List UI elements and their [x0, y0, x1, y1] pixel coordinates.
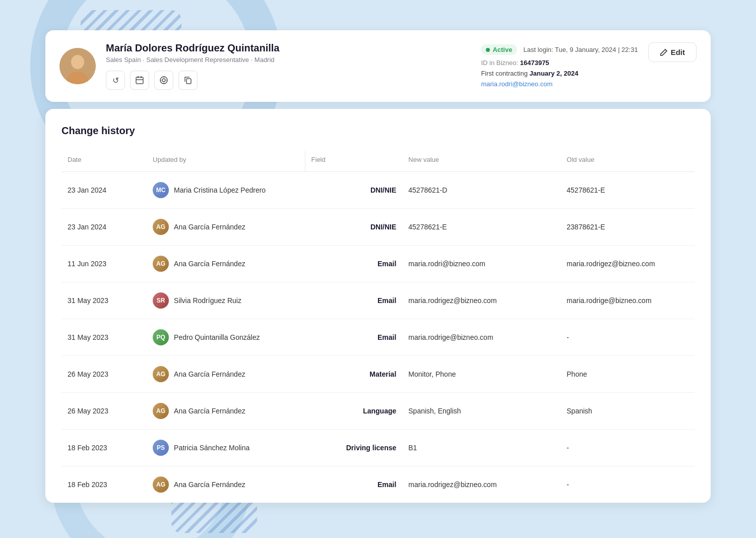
cell-field: Email: [305, 319, 402, 356]
cell-old-value: 45278621-E: [560, 172, 695, 209]
updater-avatar: AG: [153, 403, 169, 419]
cell-field: DNI/NIE: [305, 172, 402, 209]
table-row: 18 Feb 2023 AG Ana García Fernández Emai…: [61, 466, 695, 503]
updater-name: Pedro Quintanilla González: [174, 333, 260, 341]
email-link[interactable]: maria.rodri@bizneo.com: [481, 80, 552, 88]
avatar: [59, 48, 96, 84]
cell-updated-by: SR Silvia Rodríguez Ruiz: [147, 282, 305, 319]
last-login: Last login: Tue, 9 January, 2024 | 22:31: [523, 46, 638, 53]
meta-email-row: maria.rodri@bizneo.com: [481, 80, 638, 88]
cell-new-value: Spanish, English: [402, 393, 560, 430]
cell-new-value: 45278621-D: [402, 172, 560, 209]
profile-meta: Active Last login: Tue, 9 January, 2024 …: [481, 44, 638, 88]
cell-old-value: -: [560, 466, 695, 503]
updater-avatar: AG: [153, 256, 169, 272]
cell-date: 11 Jun 2023: [61, 246, 147, 282]
updater-avatar: PS: [153, 440, 169, 456]
cell-date: 31 May 2023: [61, 282, 147, 319]
cell-new-value: maria.rodrige@bizneo.com: [402, 319, 560, 356]
edit-icon: [660, 48, 668, 56]
main-content: María Dolores Rodríguez Quintanilla Sale…: [45, 30, 711, 518]
cell-field: Email: [305, 246, 402, 282]
th-date: Date: [61, 151, 147, 172]
action-btn-calendar[interactable]: [130, 71, 149, 90]
updater-avatar: SR: [153, 292, 169, 309]
th-new-value: New value: [402, 151, 560, 172]
profile-info: María Dolores Rodríguez Quintanilla Sale…: [106, 42, 471, 90]
cell-date: 26 May 2023: [61, 356, 147, 393]
cell-date: 23 Jan 2024: [61, 209, 147, 246]
th-old-value: Old value: [560, 151, 695, 172]
cell-updated-by: AG Ana García Fernández: [147, 209, 305, 246]
cell-date: 31 May 2023: [61, 319, 147, 356]
cell-date: 26 May 2023: [61, 393, 147, 430]
last-login-label: Last login:: [523, 46, 553, 53]
th-field: Field: [305, 151, 402, 172]
updater-name: Silvia Rodríguez Ruiz: [174, 296, 241, 305]
table-row: 23 Jan 2024 MC Maria Cristina López Pedr…: [61, 172, 695, 209]
cell-field: DNI/NIE: [305, 209, 402, 246]
cell-new-value: maria.rodrigez@bizneo.com: [402, 282, 560, 319]
history-table: Date Updated by Field New value Old valu…: [61, 151, 695, 503]
updater-name: Patricia Sánchez Molina: [174, 444, 249, 452]
cell-date: 23 Jan 2024: [61, 172, 147, 209]
cell-date: 18 Feb 2023: [61, 466, 147, 503]
updater-avatar: AG: [153, 476, 169, 493]
profile-card: María Dolores Rodríguez Quintanilla Sale…: [45, 30, 711, 102]
updater-avatar: AG: [153, 366, 169, 382]
cell-new-value: maria.rodrigez@bizneo.com: [402, 466, 560, 503]
updater-name: Ana García Fernández: [174, 481, 245, 489]
updater-avatar: MC: [153, 182, 169, 198]
action-btn-target[interactable]: [154, 71, 173, 90]
updater-name: Ana García Fernández: [174, 260, 245, 268]
cell-new-value: B1: [402, 430, 560, 466]
cell-old-value: Phone: [560, 356, 695, 393]
cell-old-value: maria.rodrigez@bizneo.com: [560, 246, 695, 282]
cell-updated-by: PQ Pedro Quintanilla González: [147, 319, 305, 356]
cell-updated-by: AG Ana García Fernández: [147, 246, 305, 282]
profile-name: María Dolores Rodríguez Quintanilla: [106, 42, 471, 54]
cell-updated-by: AG Ana García Fernández: [147, 393, 305, 430]
action-btn-copy[interactable]: [178, 71, 198, 90]
history-panel: Change history Date Updated by Field New…: [45, 109, 711, 503]
cell-field: Material: [305, 356, 402, 393]
status-label: Active: [492, 46, 512, 53]
updater-name: Maria Cristina López Pedrero: [174, 186, 266, 194]
svg-rect-3: [136, 77, 143, 84]
svg-point-7: [160, 77, 167, 84]
status-dot: [486, 48, 490, 52]
table-row: 31 May 2023 SR Silvia Rodríguez Ruiz Ema…: [61, 282, 695, 319]
cell-new-value: maria.rodri@bizneo.com: [402, 246, 560, 282]
table-row: 11 Jun 2023 AG Ana García Fernández Emai…: [61, 246, 695, 282]
last-login-value: Tue, 9 January, 2024 | 22:31: [555, 46, 638, 53]
th-updated-by: Updated by: [147, 151, 305, 172]
history-title: Change history: [61, 125, 695, 137]
updater-avatar: AG: [153, 219, 169, 235]
meta-top-row: Active Last login: Tue, 9 January, 2024 …: [481, 44, 638, 55]
cell-old-value: -: [560, 430, 695, 466]
edit-button[interactable]: Edit: [648, 42, 697, 62]
cell-old-value: -: [560, 319, 695, 356]
meta-id-row: ID in Bizneo: 16473975: [481, 59, 638, 67]
cell-date: 18 Feb 2023: [61, 430, 147, 466]
cell-new-value: 45278621-E: [402, 209, 560, 246]
id-value: 16473975: [520, 59, 549, 67]
status-badge: Active: [481, 44, 517, 55]
cell-old-value: maria.rodrige@bizneo.com: [560, 282, 695, 319]
action-btn-refresh[interactable]: ↺: [106, 71, 125, 90]
profile-subtitle: Sales Spain · Sales Development Represen…: [106, 56, 471, 64]
updater-name: Ana García Fernández: [174, 407, 245, 415]
cell-updated-by: MC Maria Cristina López Pedrero: [147, 172, 305, 209]
updater-name: Ana García Fernández: [174, 223, 245, 231]
table-row: 26 May 2023 AG Ana García Fernández Lang…: [61, 393, 695, 430]
meta-contracting-row: First contracting January 2, 2024: [481, 70, 638, 77]
updater-avatar: PQ: [153, 329, 169, 345]
cell-updated-by: AG Ana García Fernández: [147, 356, 305, 393]
table-row: 23 Jan 2024 AG Ana García Fernández DNI/…: [61, 209, 695, 246]
cell-field: Email: [305, 466, 402, 503]
cell-field: Driving license: [305, 430, 402, 466]
id-label: ID in Bizneo:: [481, 59, 518, 67]
updater-name: Ana García Fernández: [174, 370, 245, 378]
cell-field: Language: [305, 393, 402, 430]
profile-actions: ↺: [106, 71, 471, 90]
